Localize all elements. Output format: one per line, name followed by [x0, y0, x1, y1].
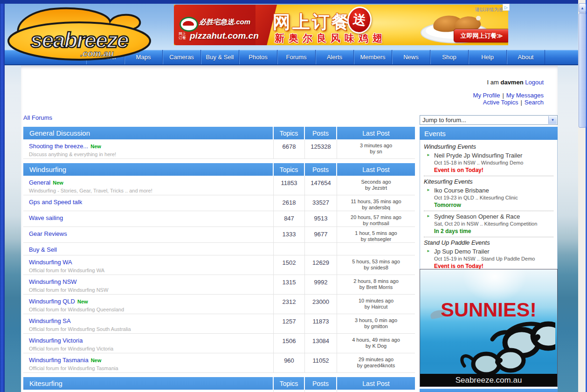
event-detail: Oct 19-23 in QLD .. Kitesurfing Clinic	[434, 195, 553, 200]
last-post-author[interactable]: by sn	[337, 149, 415, 155]
forum-table-row: Gps and Speed talk 2618 33527 11 hours, …	[23, 195, 415, 211]
my-profile-link[interactable]: My Profile	[473, 92, 500, 99]
forum-link[interactable]: General	[29, 179, 50, 186]
event-item: ► Sydney Season Opener & Race Sat, Oct 2…	[424, 213, 553, 237]
forum-link[interactable]: Gear Reviews	[29, 230, 67, 237]
events-group-heading: Windsurfing Events	[424, 143, 553, 150]
last-post-time: 4 hours, 49 mins ago	[337, 337, 415, 343]
ad-choices-icon[interactable]: ▷	[503, 4, 510, 11]
last-post-cell: 3 minutes ago by sn	[337, 139, 415, 158]
forum-link[interactable]: Windsurfing Tasmania	[29, 357, 89, 364]
nav-item[interactable]: Photos	[239, 50, 277, 64]
topics-count: 6678	[274, 139, 305, 158]
nav-item[interactable]: Help	[469, 50, 507, 64]
posts-count: 23000	[305, 295, 337, 314]
last-post-author[interactable]: by Jezstrt	[337, 185, 415, 191]
last-post-author[interactable]: by northsail	[337, 220, 415, 227]
main-content-panel: I am davmen Logout My Profile|My Message…	[21, 66, 558, 392]
sunnies-ad[interactable]: SUNNIES! Seabreeze.com.au	[420, 269, 558, 387]
ad-disclaimer-text: 请以详情为准	[475, 7, 503, 13]
nav-item[interactable]: Members	[354, 50, 392, 64]
posts-count: 147654	[305, 176, 337, 195]
events-group-stand-up-paddle: Stand Up Paddle Events ► Jp Sup Demo Tra…	[424, 239, 553, 272]
seabreeze-logo[interactable]: seabreeze .com.au	[4, 4, 168, 62]
forum-table-row: Shooting the breeze...New Discuss anythi…	[23, 139, 415, 159]
topics-count: 1506	[274, 334, 305, 353]
nav-item[interactable]: About	[507, 50, 545, 64]
events-group-heading: Stand Up Paddle Events	[424, 239, 553, 246]
posts-count: 33527	[305, 195, 337, 211]
forum-link[interactable]: Windsurfing SA	[29, 317, 71, 324]
login-prefix: I am	[487, 79, 499, 86]
last-post-author[interactable]: by gmitton	[337, 323, 415, 330]
event-name[interactable]: Jp Sup Demo Trailer	[434, 248, 553, 255]
ad-cta-button[interactable]: 立即网上订餐≫	[454, 29, 508, 42]
active-topics-link[interactable]: Active Topics	[483, 99, 518, 106]
event-name[interactable]: Sydney Season Opener & Race	[434, 213, 553, 220]
forum-table-row: Windsurfing SA Official forum for Windsu…	[23, 314, 415, 334]
my-messages-link[interactable]: My Messages	[506, 92, 544, 99]
forum-table-row: Windsurfing Victoria Official forum for …	[23, 334, 415, 353]
forum-link[interactable]: Windsurfing WA	[29, 259, 72, 266]
last-post-author[interactable]: by andersbq	[337, 205, 415, 211]
forum-link[interactable]: Gps and Speed talk	[29, 199, 82, 206]
username: davmen	[500, 79, 523, 86]
nav-item[interactable]: Shop	[430, 50, 469, 64]
forum-link[interactable]: Shooting the breeze...	[29, 143, 88, 150]
jump-to-forum-select[interactable]: Jump to forum... ▼	[420, 115, 558, 125]
nav-item[interactable]: Alerts	[316, 50, 354, 64]
events-group-windsurfing: Windsurfing Events ► Neil Pryde Jp Winds…	[424, 143, 553, 176]
forum-name-cell: Buy & Sell	[23, 243, 274, 255]
events-panel-title: Events	[420, 127, 558, 140]
last-post-author[interactable]: by K Dog	[337, 343, 415, 349]
topics-column-header: Topics	[274, 127, 305, 139]
forum-link[interactable]: Windsurfing Victoria	[29, 337, 83, 344]
chevron-down-icon[interactable]: ▼	[548, 116, 557, 124]
last-post-author[interactable]: by stehsegler	[337, 236, 415, 242]
forum-table-row: Windsurfing WA Official forum for Windsu…	[23, 255, 415, 275]
nav-item[interactable]: Cameras	[163, 50, 201, 64]
nav-item[interactable]: Buy & Sell	[201, 50, 239, 64]
scrollbar-thumb[interactable]	[579, 13, 586, 128]
forum-table-row: Windsurfing NSW Official forum for Winds…	[23, 275, 415, 295]
breadcrumb[interactable]: All Forums	[23, 114, 52, 121]
last-post-cell: 5 hours, 53 mins ago by snides8	[337, 255, 415, 275]
last-post-cell: 29 minutes ago by geared4knots	[337, 353, 415, 372]
forum-name-cell: Gps and Speed talk	[23, 195, 274, 211]
posts-count: 9513	[305, 211, 337, 227]
forum-link[interactable]: Buy & Sell	[29, 246, 57, 253]
search-link[interactable]: Search	[525, 99, 544, 106]
last-post-cell: 3 hours, 0 min ago by gmitton	[337, 314, 415, 333]
browser-scrollbar[interactable]: ▲	[578, 0, 586, 392]
forum-name-cell: Windsurfing TasmaniaNew Official forum f…	[23, 353, 274, 372]
nav-item[interactable]: News	[392, 50, 430, 64]
event-detail: Sat, Oct 20 in NSW .. Kitesurfing Compet…	[434, 221, 553, 227]
forum-table-row: Gear Reviews 1333 9677 1 hour, 5 mins ag…	[23, 227, 415, 243]
nav-item[interactable]: Forums	[277, 50, 316, 64]
last-post-author[interactable]: by Haircut	[337, 304, 415, 310]
logout-link[interactable]: Logout	[525, 79, 544, 86]
ad-subline: 新奥尔良风味鸡翅	[275, 32, 387, 45]
topics-count: 22305	[274, 390, 305, 392]
forum-rows: GeneralNew Windsurfing - Stories, Gear, …	[23, 176, 415, 373]
section-header: General Discussion Topics Posts Last Pos…	[23, 127, 415, 139]
login-status: I am davmen Logout	[473, 79, 544, 86]
forum-description: Official forum for Windsurfing NSW	[29, 287, 273, 293]
posts-column-header: Posts	[305, 127, 337, 139]
posts-count: 9677	[305, 227, 337, 242]
last-post-author[interactable]: by snides8	[337, 265, 415, 271]
last-post-author[interactable]: by Brett Morris	[337, 284, 415, 290]
events-group-kitesurfing: Kitesurfing Events ► Iko Course Brisbane…	[424, 178, 553, 237]
section-title: Kitesurfing	[23, 377, 274, 390]
last-post-author[interactable]: by geared4knots	[337, 363, 415, 369]
events-panel-body: Windsurfing Events ► Neil Pryde Jp Winds…	[420, 140, 558, 285]
scroll-up-icon[interactable]: ▲	[579, 3, 586, 13]
forum-link[interactable]: Windsurfing NSW	[29, 278, 77, 285]
event-name[interactable]: Iko Course Brisbane	[434, 187, 553, 194]
pizzahut-banner-ad[interactable]: 必胜宅急送.com 网上订餐 pizzahut.com.cn 网上订餐 送 新奥…	[174, 5, 508, 45]
topics-count: 847	[274, 211, 305, 227]
forum-link[interactable]: Windsurfing QLD	[29, 298, 75, 305]
forum-link[interactable]: Wave sailing	[29, 214, 63, 221]
window-left-border	[0, 4, 5, 392]
event-name[interactable]: Neil Pryde Jp Windsurfing Trailer	[434, 152, 553, 159]
